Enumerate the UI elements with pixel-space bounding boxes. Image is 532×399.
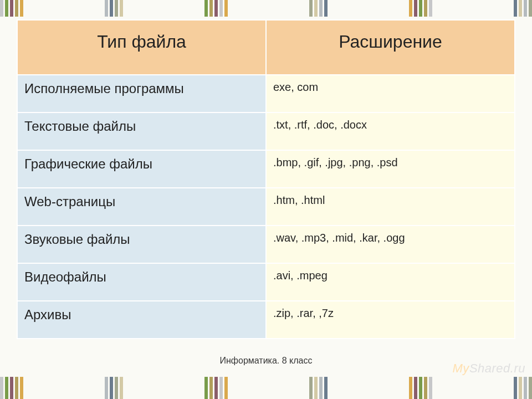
table-row: Исполняемые программы exe, com [17,75,515,112]
table-row: Звуковые файлы .wav, .mp3, .mid, .kar, .… [17,226,515,263]
decorative-stripes-top [0,0,532,17]
cell-type: Текстовые файлы [17,112,266,150]
cell-type: Видеофайлы [17,263,266,301]
cell-type: Web-страницы [17,188,266,226]
cell-ext: .wav, .mp3, .mid, .kar, .ogg [266,226,515,263]
slide-footer: Информатика. 8 класс [17,356,515,366]
cell-ext: .bmp, .gif, .jpg, .png, .psd [266,150,515,188]
table-row: Web-страницы .htm, .html [17,188,515,226]
cell-type: Исполняемые программы [17,75,266,112]
cell-type: Звуковые файлы [17,226,266,263]
table-row: Архивы .zip, .rar, ,7z [17,301,515,339]
table-row: Видеофайлы .avi, .mpeg [17,263,515,301]
cell-ext: .zip, .rar, ,7z [266,301,515,339]
table-row: Текстовые файлы .txt, .rtf, .doc, .docx [17,112,515,150]
cell-ext: .avi, .mpeg [266,263,515,301]
file-types-table: Тип файла Расширение Исполняемые програм… [17,19,515,339]
decorative-stripes-bottom [0,377,532,399]
header-ext: Расширение [266,20,515,75]
cell-type: Графические файлы [17,150,266,188]
table-row: Графические файлы .bmp, .gif, .jpg, .png… [17,150,515,188]
header-type: Тип файла [17,20,266,75]
cell-ext: .txt, .rtf, .doc, .docx [266,112,515,150]
cell-ext: .htm, .html [266,188,515,226]
table-header-row: Тип файла Расширение [17,20,515,75]
cell-ext: exe, com [266,75,515,112]
slide-content: Тип файла Расширение Исполняемые програм… [17,19,515,371]
cell-type: Архивы [17,301,266,339]
